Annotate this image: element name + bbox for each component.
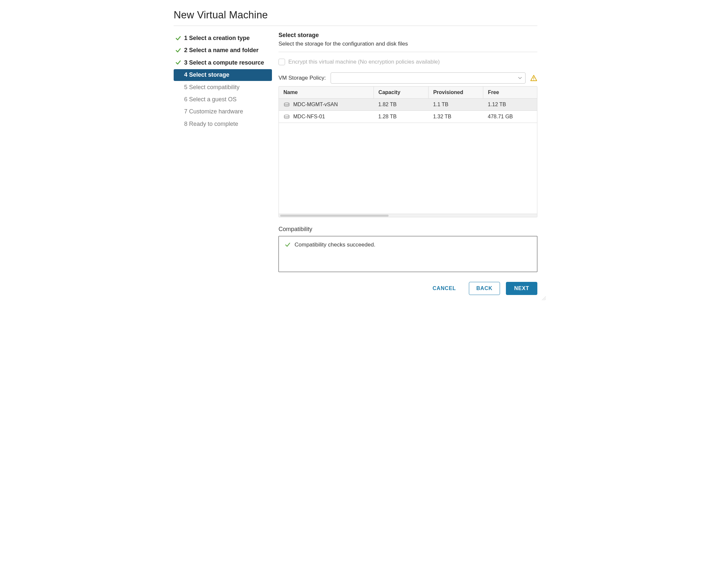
compatibility-message: Compatibility checks succeeded. (295, 241, 375, 248)
dialog-title: New Virtual Machine (174, 9, 537, 21)
wizard-step-1[interactable]: 1 Select a creation type (174, 33, 272, 44)
wizard-step-3[interactable]: 3 Select a compute resource (174, 57, 272, 68)
step-label: 4 Select storage (184, 71, 269, 79)
cell-provisioned: 1.1 TB (429, 99, 483, 111)
datastore-table: NameCapacityProvisionedFreeType MDC-MGMT… (279, 86, 537, 123)
datastore-table-scroll[interactable]: NameCapacityProvisionedFreeType MDC-MGMT… (279, 86, 537, 214)
svg-point-2 (284, 103, 289, 104)
vm-storage-policy-row: VM Storage Policy: (279, 72, 537, 84)
step-label: 8 Ready to complete (184, 120, 269, 128)
new-vm-wizard: New Virtual Machine 1 Select a creation … (164, 0, 547, 301)
cell-capacity: 1.28 TB (374, 111, 429, 123)
check-icon (176, 36, 181, 41)
step-label: 2 Select a name and folder (184, 46, 269, 54)
wizard-steps: 1 Select a creation type2 Select a name … (174, 32, 272, 295)
datastore-table-head: NameCapacityProvisionedFreeType (279, 86, 537, 99)
title-divider (174, 25, 537, 26)
datastore-icon (283, 114, 290, 119)
compatibility-label: Compatibility (279, 226, 537, 233)
horizontal-scrollbar[interactable] (279, 214, 537, 217)
section-divider (279, 52, 537, 52)
table-row[interactable]: MDC-MGMT-vSAN1.82 TB1.1 TB1.12 TBVirt (279, 99, 537, 111)
wizard-step-5: 5 Select compatibility (174, 82, 272, 93)
step-label: 7 Customize hardware (184, 108, 269, 115)
svg-rect-0 (533, 77, 534, 79)
column-header-capacity[interactable]: Capacity (374, 86, 429, 99)
next-button[interactable]: NEXT (506, 282, 537, 295)
back-button[interactable]: BACK (469, 282, 500, 295)
step-label: 3 Select a compute resource (184, 59, 269, 66)
step-label: 1 Select a creation type (184, 35, 269, 42)
step-label: 5 Select compatibility (184, 84, 269, 91)
column-header-provisioned[interactable]: Provisioned (429, 86, 483, 99)
wizard-step-7: 7 Customize hardware (174, 106, 272, 117)
check-icon (176, 48, 181, 53)
check-icon (176, 60, 181, 65)
datastore-table-container: NameCapacityProvisionedFreeType MDC-MGMT… (279, 86, 537, 217)
chevron-down-icon (518, 76, 522, 80)
cell-free: 1.12 TB (483, 99, 537, 111)
svg-point-3 (284, 115, 289, 117)
check-icon (285, 242, 290, 248)
vm-storage-policy-select[interactable] (330, 72, 525, 84)
wizard-footer: CANCEL BACK NEXT (279, 282, 537, 295)
section-description: Select the storage for the configuration… (279, 41, 537, 47)
datastore-table-body: MDC-MGMT-vSAN1.82 TB1.1 TB1.12 TBVirtMDC… (279, 99, 537, 123)
resize-grip-icon[interactable] (541, 296, 546, 300)
section-title: Select storage (279, 32, 537, 39)
wizard-step-6: 6 Select a guest OS (174, 94, 272, 105)
wizard-step-4[interactable]: 4 Select storage (174, 69, 272, 81)
compatibility-result: Compatibility checks succeeded. (285, 241, 531, 248)
warning-icon (530, 75, 537, 82)
wizard-step-8: 8 Ready to complete (174, 118, 272, 130)
cell-capacity: 1.82 TB (374, 99, 429, 111)
compatibility-panel: Compatibility checks succeeded. (279, 236, 537, 272)
cell-provisioned: 1.32 TB (429, 111, 483, 123)
svg-rect-1 (533, 80, 534, 80)
cell-free: 478.71 GB (483, 111, 537, 123)
wizard-content: Select storage Select the storage for th… (279, 32, 537, 295)
scrollbar-thumb[interactable] (280, 215, 389, 217)
vm-storage-policy-label: VM Storage Policy: (279, 75, 326, 81)
column-header-name[interactable]: Name (279, 86, 374, 99)
column-header-free[interactable]: Free (483, 86, 537, 99)
cancel-button[interactable]: CANCEL (426, 282, 462, 295)
encrypt-vm-checkbox (279, 59, 285, 65)
datastore-icon (283, 102, 290, 107)
encrypt-vm-row: Encrypt this virtual machine (No encrypt… (279, 59, 537, 65)
datastore-name: MDC-MGMT-vSAN (293, 102, 338, 107)
datastore-name: MDC-NFS-01 (293, 114, 325, 120)
encrypt-vm-label: Encrypt this virtual machine (No encrypt… (288, 59, 440, 65)
step-label: 6 Select a guest OS (184, 96, 269, 103)
table-row[interactable]: MDC-NFS-011.28 TB1.32 TB478.71 GBNFS (279, 111, 537, 123)
wizard-step-2[interactable]: 2 Select a name and folder (174, 45, 272, 56)
